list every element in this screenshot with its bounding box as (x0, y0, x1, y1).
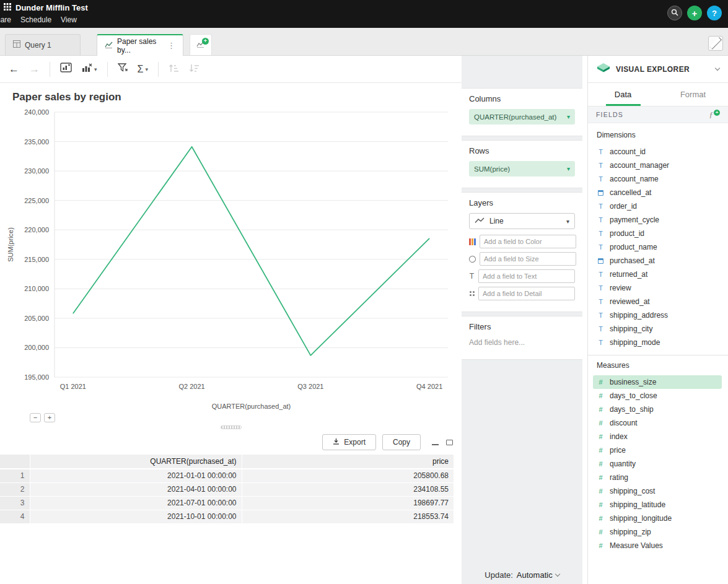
field-name: index (610, 432, 628, 441)
field-name: shipping_mode (610, 338, 660, 347)
columns-title: Columns (469, 94, 575, 103)
filter-button[interactable] (118, 63, 128, 76)
update-label: Update: (485, 570, 513, 580)
measure-field-row[interactable]: Measure Values (593, 539, 722, 552)
column-header-price[interactable]: price (242, 455, 454, 469)
measure-field-row[interactable]: shipping_latitude (593, 498, 722, 512)
redo-button[interactable]: → (29, 63, 40, 76)
toolbar-divider (50, 62, 50, 77)
field-type-icon (597, 243, 605, 251)
shelf-pill[interactable]: SUM(price) ▾ (469, 161, 575, 177)
dimension-field-row[interactable]: returned_at (593, 268, 722, 281)
tab-data[interactable]: Data (588, 83, 658, 106)
new-chart-tab[interactable]: + (190, 34, 212, 55)
field-name: product_name (610, 243, 657, 251)
measure-field-row[interactable]: price (593, 443, 722, 457)
dimension-field-row[interactable]: reviewed_at (593, 295, 722, 308)
field-type-icon (597, 230, 605, 237)
menu-schedule[interactable]: Schedule (20, 15, 51, 24)
measure-field-row[interactable]: discount (593, 416, 722, 430)
help-button[interactable]: ? (707, 6, 722, 20)
measure-field-row[interactable]: business_size (593, 375, 722, 389)
shelf-pill[interactable]: QUARTER(purchased_at) ▾ (469, 109, 575, 124)
chevron-down-icon[interactable]: ▾ (567, 165, 570, 172)
tab-format[interactable]: Format (658, 83, 728, 106)
measure-field-row[interactable]: index (593, 430, 722, 443)
plus-icon: + (692, 8, 698, 19)
column-header-quarter[interactable]: QUARTER(purchased_at) (30, 455, 242, 469)
svg-text:Q4 2021: Q4 2021 (416, 383, 442, 390)
dimension-field-row[interactable]: order_id (593, 199, 722, 213)
row-number-cell: 3 (0, 496, 30, 510)
measure-field-row[interactable]: days_to_ship (593, 403, 722, 416)
add-button[interactable]: + (687, 6, 702, 20)
measure-field-row[interactable]: days_to_close (593, 389, 722, 403)
undo-button[interactable]: ← (9, 63, 19, 76)
svg-text:220,000: 220,000 (24, 226, 49, 233)
table-row: 2 2021-04-01 00:00:00 234108.55 (0, 482, 454, 496)
layer-slot-input[interactable] (478, 269, 575, 283)
layer-slot (469, 235, 575, 248)
mark-type-select[interactable]: Line ▾ (469, 213, 575, 229)
export-button[interactable]: Export (322, 434, 376, 450)
aggregate-button[interactable]: Σ ▾ (138, 64, 148, 75)
zoom-out-button[interactable]: − (30, 413, 41, 422)
sort-descending-button[interactable] (189, 63, 200, 76)
filters-drop-area[interactable]: Add fields here... (469, 337, 575, 352)
field-name: product_id (610, 229, 644, 238)
search-button[interactable] (667, 6, 682, 20)
dimension-field-row[interactable]: account_manager (593, 159, 722, 172)
maximize-table-button[interactable] (446, 438, 453, 447)
svg-text:200,000: 200,000 (24, 344, 49, 351)
tab-query-1[interactable]: Query 1 (5, 34, 81, 55)
field-name: account_name (610, 175, 659, 183)
field-type-icon (597, 528, 605, 536)
topbar-actions: + ? (667, 6, 722, 20)
table-grid-icon (13, 40, 20, 50)
visual-explorer-header[interactable]: VISUAL EXPLORER (588, 56, 728, 83)
dimension-field-row[interactable]: account_id (593, 145, 722, 159)
layer-slot-input[interactable] (480, 235, 576, 248)
menu-share[interactable]: Share (0, 15, 11, 24)
quarter-cell: 2021-10-01 00:00:00 (30, 510, 242, 523)
dimension-field-row[interactable]: cancelled_at (593, 186, 722, 199)
shelf-panel: Columns QUARTER(purchased_at) ▾ Rows SUM… (462, 56, 582, 584)
chevron-down-icon[interactable] (715, 66, 720, 71)
copy-button[interactable]: Copy (382, 434, 421, 450)
layer-slot-input[interactable] (478, 287, 575, 300)
funnel-icon (118, 63, 128, 76)
dimension-field-row[interactable]: shipping_mode (593, 336, 722, 349)
update-mode-dropdown[interactable]: Automatic (517, 570, 559, 580)
dimension-field-row[interactable]: shipping_address (593, 308, 722, 322)
dimension-field-row[interactable]: payment_cycle (593, 213, 722, 227)
dimension-field-row[interactable]: purchased_at (593, 254, 722, 268)
update-mode-value: Automatic (517, 570, 553, 580)
add-calculated-field-button[interactable]: ƒ + (709, 110, 721, 120)
quarter-cell: 2021-01-01 00:00:00 (30, 469, 242, 482)
dimension-field-row[interactable]: product_name (593, 240, 722, 254)
collapse-panel-button[interactable] (708, 36, 723, 51)
menu-view[interactable]: View (61, 15, 77, 24)
svg-text:SUM(price): SUM(price) (7, 227, 14, 262)
tab-paper-sales[interactable]: Paper sales by... ⋮ (97, 34, 183, 56)
zoom-in-button[interactable]: + (44, 413, 55, 422)
chart-icon (105, 41, 113, 50)
add-chart-button[interactable] (60, 63, 72, 76)
dimension-field-row[interactable]: review (593, 281, 722, 295)
toolbar-divider (107, 62, 108, 77)
sort-ascending-button[interactable] (169, 63, 179, 76)
measure-field-row[interactable]: shipping_zip (593, 525, 722, 539)
layer-slot-input[interactable] (480, 252, 576, 266)
dimension-field-row[interactable]: shipping_city (593, 322, 722, 336)
row-number-cell: 4 (0, 510, 30, 523)
measure-field-row[interactable]: quantity (593, 457, 722, 471)
chevron-down-icon[interactable]: ▾ (567, 113, 570, 120)
tab-menu-icon[interactable]: ⋮ (167, 41, 175, 50)
measure-field-row[interactable]: shipping_longitude (593, 512, 722, 525)
measure-field-row[interactable]: rating (593, 471, 722, 484)
remove-chart-button[interactable]: ▾ (82, 63, 97, 76)
measure-field-row[interactable]: shipping_cost (593, 484, 722, 498)
minimize-table-button[interactable] (432, 438, 439, 447)
dimension-field-row[interactable]: product_id (593, 227, 722, 240)
dimension-field-row[interactable]: account_name (593, 172, 722, 186)
